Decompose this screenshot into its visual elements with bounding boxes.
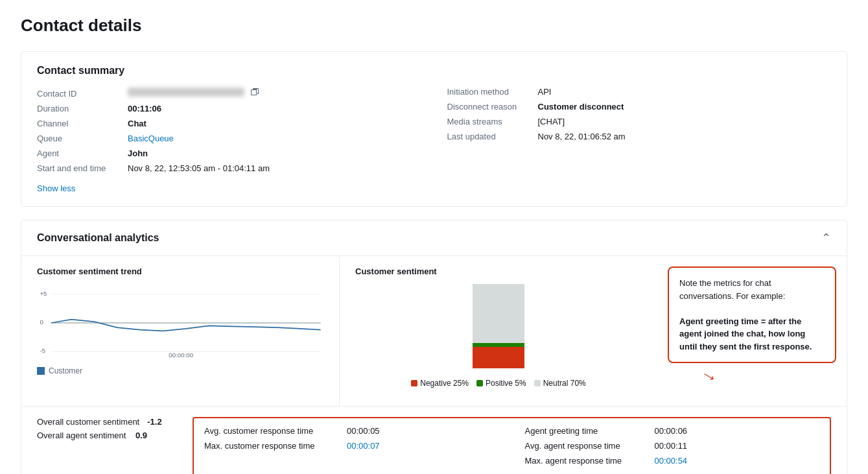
- duration-value: 00:11:06: [128, 104, 161, 113]
- copy-icon[interactable]: [250, 87, 260, 97]
- callout-outer: Note the metrics for chat conversations.…: [657, 256, 847, 406]
- svg-text:0: 0: [40, 318, 43, 326]
- positive-dot: [476, 380, 483, 386]
- max-customer-response-row: Max. customer response time 00:00:07: [204, 441, 499, 451]
- svg-text:00:00:00: 00:00:00: [169, 351, 193, 359]
- sentiment-trend-chart: +5 0 -5 00:00:00: [37, 284, 323, 375]
- overall-agent-row: Overall agent sentiment 0.9: [37, 431, 167, 440]
- sentiment-trend-panel: Customer sentiment trend +5 0 -5: [21, 256, 340, 406]
- callout-arrow-icon: →: [696, 362, 722, 390]
- contact-summary-section: Contact summary Contact ID Duration 00:1…: [21, 51, 847, 207]
- last-updated-row: Last updated Nov 8, 22, 01:06:52 am: [447, 132, 832, 141]
- contact-id-blurred: [128, 88, 244, 97]
- contact-id-value: [128, 87, 260, 97]
- analytics-header: Conversational analytics ⌃: [21, 220, 847, 256]
- sentiment-trend-svg: +5 0 -5 00:00:00: [37, 284, 323, 362]
- channel-row: Channel Chat: [37, 119, 421, 128]
- positive-legend: Positive 5%: [476, 379, 526, 388]
- last-updated-label: Last updated: [447, 132, 538, 141]
- customer-legend-label: Customer: [49, 366, 82, 375]
- callout-box: Note the metrics for chat conversations.…: [668, 267, 836, 363]
- customer-legend-box: [37, 367, 45, 375]
- negative-dot: [411, 380, 417, 386]
- positive-label: Positive 5%: [486, 379, 526, 388]
- svg-rect-8: [473, 284, 524, 343]
- disconnect-row: Disconnect reason Customer disconnect: [447, 102, 832, 112]
- neutral-legend: Neutral 70%: [534, 379, 586, 388]
- overall-customer-label: Overall customer sentiment: [37, 417, 139, 427]
- channel-label: Channel: [37, 119, 128, 128]
- callout-text-line1: Note the metrics for chat conversations.…: [679, 278, 785, 301]
- contact-id-label: Contact ID: [37, 89, 128, 99]
- max-agent-response-value[interactable]: 00:00:54: [655, 456, 688, 466]
- svg-rect-9: [473, 343, 524, 347]
- agent-value: John: [128, 148, 148, 158]
- overall-sentiments: Overall customer sentiment -1.2 Overall …: [37, 417, 167, 444]
- media-label: Media streams: [447, 117, 538, 126]
- avg-agent-response-row: Avg. agent response time 00:00:11: [525, 441, 820, 451]
- contact-summary-grid: Contact ID Duration 00:11:06 Channel Cha…: [37, 87, 831, 178]
- summary-right-col: Initiation method API Disconnect reason …: [447, 87, 832, 178]
- initiation-row: Initiation method API: [447, 87, 832, 97]
- summary-left-col: Contact ID Duration 00:11:06 Channel Cha…: [37, 87, 421, 178]
- overall-agent-value: 0.9: [135, 431, 147, 440]
- initiation-value: API: [538, 87, 552, 97]
- max-customer-response-label: Max. customer response time: [204, 441, 347, 451]
- metrics-box: Avg. customer response time 00:00:05 Max…: [193, 417, 831, 474]
- max-agent-response-row: Max. agent response time 00:00:54: [525, 456, 820, 466]
- contact-summary-title: Contact summary: [37, 65, 831, 77]
- queue-label: Queue: [37, 134, 128, 143]
- duration-label: Duration: [37, 104, 128, 113]
- agent-label: Agent: [37, 148, 128, 158]
- overall-agent-label: Overall agent sentiment: [37, 431, 128, 440]
- sentiment-trend-legend: Customer: [37, 366, 323, 375]
- metrics-col-right: Agent greeting time 00:00:06 Avg. agent …: [525, 426, 820, 471]
- start-end-row: Start and end time Nov 8, 22, 12:53:05 a…: [37, 163, 421, 173]
- avg-agent-response-label: Avg. agent response time: [525, 441, 655, 451]
- contact-id-row: Contact ID: [37, 87, 421, 99]
- agent-greeting-row: Agent greeting time 00:00:06: [525, 426, 820, 436]
- avg-customer-response-row: Avg. customer response time 00:00:05: [204, 426, 499, 436]
- charts-inner: Customer sentiment trend +5 0 -5: [21, 256, 657, 406]
- max-customer-response-value[interactable]: 00:00:07: [347, 441, 380, 451]
- overall-customer-value: -1.2: [147, 417, 161, 427]
- queue-row: Queue BasicQueue: [37, 134, 421, 143]
- agent-greeting-label: Agent greeting time: [525, 426, 655, 436]
- start-end-value: Nov 8, 22, 12:53:05 am - 01:04:11 am: [128, 163, 270, 173]
- sentiment-bar-svg: [473, 284, 524, 368]
- sentiment-legend: Negative 25% Positive 5% Neutral 70%: [411, 379, 585, 388]
- callout-wrapper: Note the metrics for chat conversations.…: [668, 267, 836, 363]
- start-end-label: Start and end time: [37, 163, 128, 173]
- sentiment-bar-container: Negative 25% Positive 5% Neutral 70%: [355, 284, 642, 388]
- negative-legend: Negative 25%: [411, 379, 469, 388]
- analytics-section: Conversational analytics ⌃ Customer sent…: [21, 220, 847, 474]
- collapse-icon[interactable]: ⌃: [821, 231, 831, 245]
- queue-value[interactable]: BasicQueue: [128, 134, 174, 143]
- last-updated-value: Nov 8, 22, 01:06:52 am: [538, 132, 626, 141]
- channel-value: Chat: [128, 119, 147, 128]
- avg-customer-response-value: 00:00:05: [347, 426, 380, 436]
- media-row: Media streams [CHAT]: [447, 117, 832, 126]
- agent-row: Agent John: [37, 148, 421, 158]
- page-title: Contact details: [21, 16, 847, 36]
- customer-sentiment-title: Customer sentiment: [355, 267, 642, 276]
- svg-text:+5: +5: [40, 290, 47, 297]
- callout-text-bold: Agent greeting time = after the agent jo…: [679, 316, 812, 351]
- neutral-label: Neutral 70%: [543, 379, 586, 388]
- svg-rect-10: [473, 347, 524, 368]
- disconnect-label: Disconnect reason: [447, 102, 538, 112]
- sentiment-trend-title: Customer sentiment trend: [37, 267, 323, 276]
- avg-agent-response-value: 00:00:11: [655, 441, 688, 451]
- metrics-col-left: Avg. customer response time 00:00:05 Max…: [204, 426, 499, 471]
- negative-label: Negative 25%: [420, 379, 469, 388]
- show-less-link[interactable]: Show less: [37, 184, 75, 193]
- neutral-dot: [534, 380, 541, 386]
- max-agent-response-label: Max. agent response time: [525, 456, 655, 466]
- overall-customer-row: Overall customer sentiment -1.2: [37, 417, 167, 427]
- agent-greeting-value: 00:00:06: [655, 426, 688, 436]
- svg-text:-5: -5: [40, 347, 45, 354]
- disconnect-value: Customer disconnect: [538, 102, 624, 112]
- metrics-row: Overall customer sentiment -1.2 Overall …: [21, 407, 847, 474]
- initiation-label: Initiation method: [447, 87, 538, 97]
- customer-sentiment-panel: Customer sentiment: [340, 256, 657, 406]
